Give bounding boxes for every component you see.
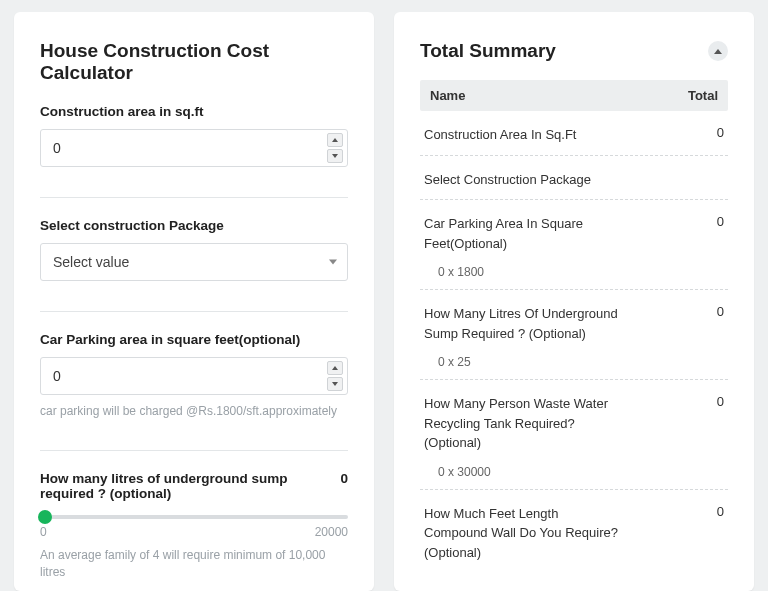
summary-row-sub: 0 x 30000 <box>424 465 724 479</box>
summary-row: How Many Person Waste Water Recycling Ta… <box>420 380 728 490</box>
summary-header-total: Total <box>688 88 718 103</box>
field-parking: Car Parking area in square feet(optional… <box>40 332 348 420</box>
sump-min: 0 <box>40 525 47 539</box>
parking-hint: car parking will be charged @Rs.1800/sft… <box>40 403 348 420</box>
field-sump: How many litres of underground sump requ… <box>40 471 348 581</box>
field-package: Select construction Package Select value <box>40 218 348 281</box>
summary-row-name: Construction Area In Sq.Ft <box>424 125 576 145</box>
summary-row: Car Parking Area In Square Feet(Optional… <box>420 200 728 290</box>
summary-title: Total Summary <box>420 40 556 62</box>
parking-input-wrap <box>40 357 348 395</box>
summary-row-total: 0 <box>717 394 724 409</box>
sump-slider[interactable]: 0 20000 <box>40 515 348 539</box>
summary-row-name: How Much Feet Length Compound Wall Do Yo… <box>424 504 624 563</box>
summary-row: Select Construction Package <box>420 156 728 201</box>
summary-row-total: 0 <box>717 304 724 319</box>
summary-row-name: Car Parking Area In Square Feet(Optional… <box>424 214 624 253</box>
summary-row-total: 0 <box>717 504 724 519</box>
summary-row: Construction Area In Sq.Ft 0 <box>420 111 728 156</box>
parking-label: Car Parking area in square feet(optional… <box>40 332 348 347</box>
summary-row-sub: 0 x 25 <box>424 355 724 369</box>
divider <box>40 311 348 312</box>
parking-step-up[interactable] <box>327 361 343 375</box>
construction-area-step-up[interactable] <box>327 133 343 147</box>
chevron-down-icon <box>329 260 337 265</box>
package-select-value: Select value <box>53 254 129 270</box>
summary-panel: Total Summary Name Total Construction Ar… <box>394 12 754 591</box>
collapse-button[interactable] <box>708 41 728 61</box>
construction-area-input[interactable] <box>41 130 347 166</box>
sump-hint: An average family of 4 will require mini… <box>40 547 348 581</box>
summary-row-total: 0 <box>717 214 724 229</box>
parking-step-down[interactable] <box>327 377 343 391</box>
divider <box>40 450 348 451</box>
summary-row-name: Select Construction Package <box>424 170 591 190</box>
parking-spinner <box>327 361 343 391</box>
field-construction-area: Construction area in sq.ft <box>40 104 348 167</box>
sump-slider-scale: 0 20000 <box>40 525 348 539</box>
calculator-panel: House Construction Cost Calculator Const… <box>14 12 374 591</box>
parking-input[interactable] <box>41 358 347 394</box>
sump-max: 20000 <box>315 525 348 539</box>
summary-row: How Many Litres Of Underground Sump Requ… <box>420 290 728 380</box>
sump-slider-handle[interactable] <box>38 510 52 524</box>
summary-header-name: Name <box>430 88 465 103</box>
summary-row-sub: 0 x 1800 <box>424 265 724 279</box>
divider <box>40 197 348 198</box>
construction-area-step-down[interactable] <box>327 149 343 163</box>
summary-row-total: 0 <box>717 125 724 140</box>
summary-row-name: How Many Person Waste Water Recycling Ta… <box>424 394 624 453</box>
construction-area-label: Construction area in sq.ft <box>40 104 348 119</box>
sump-label: How many litres of underground sump requ… <box>40 471 332 501</box>
sump-slider-track <box>40 515 348 519</box>
package-select[interactable]: Select value <box>40 243 348 281</box>
summary-table-header: Name Total <box>420 80 728 111</box>
sump-current-value: 0 <box>332 471 348 486</box>
summary-row-name: How Many Litres Of Underground Sump Requ… <box>424 304 624 343</box>
construction-area-spinner <box>327 133 343 163</box>
package-label: Select construction Package <box>40 218 348 233</box>
construction-area-input-wrap <box>40 129 348 167</box>
summary-row: How Much Feet Length Compound Wall Do Yo… <box>420 490 728 573</box>
page-title: House Construction Cost Calculator <box>40 40 348 84</box>
